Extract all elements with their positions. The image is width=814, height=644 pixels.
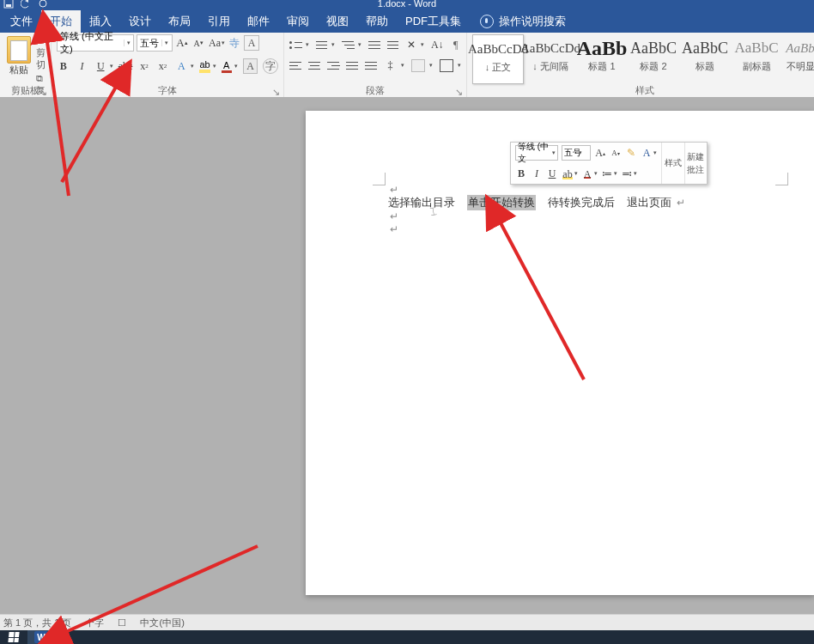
tab-design[interactable]: 设计 <box>120 10 160 33</box>
mini-highlight-icon[interactable]: ab <box>562 167 574 179</box>
tell-me-search[interactable]: 操作说明搜索 <box>470 14 566 29</box>
mini-styles-icon[interactable]: A <box>641 147 653 159</box>
taskbar-word[interactable]: W <box>27 630 55 644</box>
mini-styles-button[interactable]: 样式 <box>661 143 684 184</box>
numbering-icon[interactable] <box>316 39 328 51</box>
shading-icon[interactable] <box>411 59 425 72</box>
strikethrough-button[interactable]: abc <box>118 59 132 73</box>
align-left-icon[interactable] <box>289 60 301 71</box>
title-bar: 1.docx - Word <box>0 0 814 10</box>
phonetic-guide-icon[interactable]: 寺 <box>228 36 241 50</box>
bold-button[interactable]: B <box>57 59 70 73</box>
font-color-icon[interactable]: A <box>222 60 232 73</box>
increase-indent-icon[interactable] <box>387 39 399 51</box>
status-spellcheck-icon[interactable]: ☐ <box>118 617 126 629</box>
mini-format-painter-icon[interactable]: ✎ <box>625 147 637 159</box>
style-title[interactable]: AaBbC 标题 <box>680 34 730 82</box>
mini-italic-button[interactable]: I <box>531 167 543 179</box>
font-name-combo[interactable]: 等线 (中文正文)▾ <box>57 34 134 52</box>
windows-logo-icon <box>8 632 19 642</box>
enclose-char-icon[interactable]: 字 <box>263 58 278 74</box>
show-hide-icon[interactable]: ¶ <box>450 38 461 52</box>
style-no-spacing[interactable]: AaBbCcDd ↓ 无间隔 <box>525 34 575 82</box>
underline-button[interactable]: U <box>94 59 107 73</box>
superscript-button[interactable]: x2 <box>156 59 170 73</box>
asian-layout-icon[interactable]: ✕ <box>405 38 416 52</box>
tab-file[interactable]: 文件 <box>2 10 41 33</box>
svg-rect-1 <box>6 4 11 7</box>
justify-icon[interactable] <box>346 60 358 71</box>
font-size-combo[interactable]: 五号▾ <box>137 34 173 52</box>
chevron-down-icon: ▾ <box>161 39 168 46</box>
style-subtitle[interactable]: AaBbC 副标题 <box>732 34 781 82</box>
style-subtle[interactable]: AaBb 不明显 <box>783 34 814 82</box>
save-icon[interactable] <box>3 0 14 10</box>
style-heading2[interactable]: AaBbC 标题 2 <box>629 34 678 82</box>
italic-button[interactable]: I <box>76 59 89 73</box>
start-button[interactable] <box>0 630 27 644</box>
mini-font-size[interactable]: 五号▾ <box>562 145 591 161</box>
highlight-color-icon[interactable]: ab <box>199 59 210 73</box>
paragraph-launcher-icon[interactable]: ↘ <box>455 87 464 95</box>
status-page[interactable]: 第 1 页，共 1 页 <box>3 617 71 629</box>
clipboard-launcher-icon[interactable]: ↘ <box>39 87 48 95</box>
style-gallery[interactable]: AaBbCcDd ↓ 正文 AaBbCcDd ↓ 无间隔 AaBb 标题 1 A… <box>472 34 814 84</box>
borders-icon[interactable] <box>440 59 453 72</box>
mini-underline-button[interactable]: U <box>546 167 558 179</box>
char-shading-icon[interactable]: A <box>243 58 258 74</box>
margin-mark-tl <box>373 173 386 185</box>
char-border-icon[interactable]: A <box>244 35 259 51</box>
undo-icon[interactable] <box>21 0 31 10</box>
tab-mailings[interactable]: 邮件 <box>239 10 278 33</box>
mini-numbering-icon[interactable]: ≕ <box>621 167 633 179</box>
mini-grow-font-icon[interactable]: A▴ <box>594 147 606 159</box>
redo-icon[interactable] <box>38 0 48 10</box>
text-segment-2-selected[interactable]: 单击开始转换 <box>467 195 536 210</box>
text-segment-3[interactable]: 待转换完成后 <box>548 195 615 210</box>
mini-bold-button[interactable]: B <box>515 167 527 179</box>
ribbon-tabs: 文件 开始 插入 设计 布局 引用 邮件 审阅 视图 帮助 PDF工具集 操作说… <box>0 10 814 33</box>
mini-toolbar: 等线 (中文▾ 五号▾ A▴ A▾ ✎ A▾ B I U ab▾ A▾ ≔▾ <box>510 142 708 185</box>
tab-view[interactable]: 视图 <box>318 10 357 33</box>
change-case-icon[interactable]: Aa <box>208 36 222 50</box>
mini-font-color-icon[interactable]: A <box>581 167 593 179</box>
cut-button[interactable]: ✂剪切 <box>36 34 46 70</box>
style-heading1[interactable]: AaBb 标题 1 <box>577 34 627 82</box>
align-right-icon[interactable] <box>327 60 339 71</box>
mini-new-comment-button[interactable]: 新建 批注 <box>684 143 708 184</box>
page[interactable]: 等线 (中文▾ 五号▾ A▴ A▾ ✎ A▾ B I U ab▾ A▾ ≔▾ <box>306 111 814 595</box>
shrink-font-icon[interactable]: A▾ <box>191 36 205 50</box>
word-logo-icon: W <box>34 631 48 643</box>
mini-shrink-font-icon[interactable]: A▾ <box>610 147 622 159</box>
mini-bullets-icon[interactable]: ≔ <box>601 167 613 179</box>
grow-font-icon[interactable]: A▴ <box>175 36 189 50</box>
bullets-icon[interactable] <box>289 39 301 51</box>
margin-mark-tr <box>775 173 788 185</box>
tab-pdf-tools[interactable]: PDF工具集 <box>397 10 470 33</box>
line-spacing-icon[interactable]: ‡ <box>384 58 397 72</box>
sort-icon[interactable]: A↓ <box>431 38 443 52</box>
mini-font-name[interactable]: 等线 (中文▾ <box>515 145 558 161</box>
tab-references[interactable]: 引用 <box>199 10 239 33</box>
text-effects-icon[interactable]: A <box>174 59 188 73</box>
distributed-icon[interactable] <box>365 60 377 71</box>
status-language[interactable]: 中文(中国) <box>140 617 184 629</box>
align-center-icon[interactable] <box>308 60 320 71</box>
task-bar: W <box>0 630 814 644</box>
tab-layout[interactable]: 布局 <box>160 10 199 33</box>
group-clipboard: 粘贴 ✂剪切 ⧉复制 ✎格式刷 剪贴板 ↘ <box>0 33 52 97</box>
group-label-font: 字体 <box>52 84 283 96</box>
paste-button[interactable]: 粘贴 <box>5 34 33 76</box>
decrease-indent-icon[interactable] <box>368 39 380 51</box>
group-label-styles: 样式 <box>467 84 814 96</box>
multilevel-list-icon[interactable] <box>342 39 354 51</box>
quick-access-toolbar <box>3 0 48 10</box>
text-segment-4[interactable]: 退出页面 <box>627 195 671 210</box>
font-launcher-icon[interactable]: ↘ <box>272 87 281 95</box>
tab-review[interactable]: 审阅 <box>278 10 318 33</box>
tab-help[interactable]: 帮助 <box>357 10 397 33</box>
subscript-button[interactable]: x2 <box>137 59 151 73</box>
text-segment-1[interactable]: 选择输出目录 <box>388 195 455 210</box>
status-word-count[interactable]: 个字 <box>85 617 104 629</box>
style-normal[interactable]: AaBbCcDd ↓ 正文 <box>472 34 524 84</box>
